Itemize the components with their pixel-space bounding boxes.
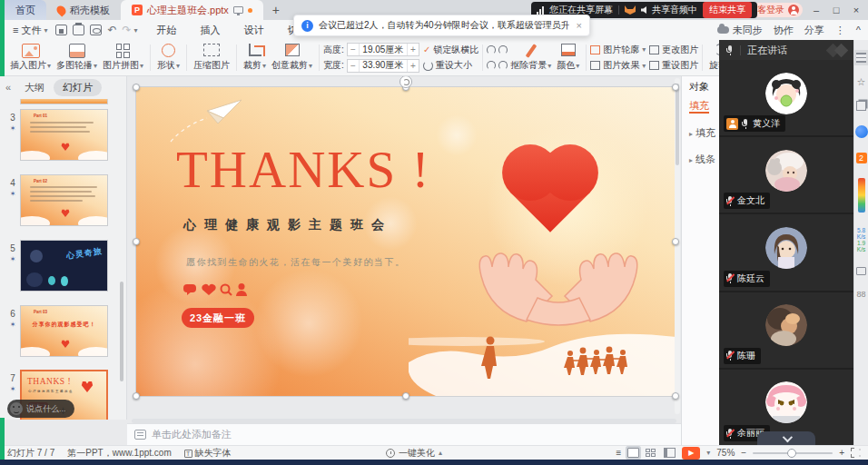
tab-document[interactable]: P 心理主题班会.pptx — [121, 0, 263, 20]
normal-view-button[interactable] — [627, 448, 639, 458]
ribbon-tab-home[interactable]: 开始 — [145, 24, 189, 37]
lock-ratio-checkbox[interactable]: ✓锁定纵横比 — [423, 44, 478, 56]
toast-close-icon[interactable]: × — [575, 20, 582, 31]
rotate-right-icon[interactable] — [498, 45, 508, 54]
shapes-button[interactable]: 形状▾ — [154, 42, 182, 74]
crop-button[interactable]: 裁剪▾ — [241, 42, 269, 74]
zoom-level[interactable]: 75% — [716, 448, 735, 458]
beautify-button[interactable]: 一键美化▴ — [386, 447, 442, 460]
remove-background-button[interactable]: 抠除背景▾ — [508, 42, 554, 74]
share-button[interactable]: 分享 — [804, 24, 824, 37]
collapse-panel-button[interactable] — [757, 431, 815, 445]
fill-section[interactable]: ▸填充 — [689, 126, 719, 140]
picture-effects-button[interactable]: 图片效果▾ — [590, 59, 646, 72]
participant-cell[interactable]: 余丽丽 — [719, 370, 853, 445]
print-button[interactable] — [73, 25, 84, 35]
tab-outline[interactable]: 大纲 — [25, 81, 44, 94]
slideshow-play-button[interactable]: ▶ — [682, 447, 700, 460]
end-share-button[interactable]: 结束共享 — [703, 2, 752, 18]
more-menu-icon[interactable]: ⋮ — [835, 25, 845, 36]
slide-sorter-view-button[interactable] — [646, 449, 657, 457]
slide-6-thumbnail[interactable]: Part 03 分享你的观影感受吧！ — [20, 305, 108, 357]
meeting-chat-toast[interactable]: 说点什么... — [7, 400, 74, 418]
fit-to-window-icon[interactable] — [851, 448, 861, 458]
slide-caption[interactable]: 愿你找到生命的火花，活在每一个美好的当下。 — [186, 256, 406, 269]
tab-slides[interactable]: 幻灯片 — [54, 79, 102, 96]
sync-status[interactable]: 未同步 — [717, 24, 763, 37]
participant-cell[interactable]: 陈珊 — [719, 292, 853, 370]
fill-tab[interactable]: 填充 — [689, 94, 709, 114]
maximize-button[interactable]: □ — [830, 5, 843, 15]
insert-picture-button[interactable]: 插入图片▾ — [7, 42, 54, 74]
multi-picture-carousel-button[interactable]: 多图轮播▾ — [54, 42, 100, 74]
slide-canvas[interactable]: THANKS ! 心理健康观影主题班会 愿你找到生命的火花，活在每一个美好的当下… — [127, 76, 681, 419]
notes-toggle-icon[interactable]: ≡ — [616, 448, 621, 458]
resize-handle-e[interactable] — [672, 238, 679, 245]
slide-4-thumbnail[interactable]: Part 02 — [20, 174, 108, 226]
zoom-slider-knob[interactable] — [787, 449, 796, 458]
slide-2-thumbnail-partial[interactable] — [20, 99, 108, 104]
tab-home[interactable]: 首页 — [5, 0, 46, 20]
quickbar-caret-icon[interactable]: ▾ — [134, 26, 138, 35]
height-value[interactable]: 19.05厘米 — [360, 44, 407, 56]
resize-handle-sw[interactable] — [133, 392, 140, 400]
new-tab-button[interactable]: + — [263, 0, 289, 20]
line-section[interactable]: ▸线条 — [689, 153, 719, 166]
star-icon[interactable]: ☆ — [857, 77, 866, 86]
picture-outline-button[interactable]: 图片轮廓▾ — [590, 44, 646, 56]
missing-font-warning[interactable]: T 缺失字体 — [184, 447, 232, 460]
rotate-left-icon[interactable] — [487, 45, 496, 54]
compress-picture-button[interactable]: 压缩图片 — [191, 42, 232, 74]
minimize-button[interactable]: – — [810, 5, 823, 15]
ribbon-tab-insert[interactable]: 插入 — [189, 24, 232, 37]
participant-cell[interactable]: 陈廷云 — [719, 214, 853, 292]
slide-subtitle[interactable]: 心理健康观影主题班会 — [183, 217, 392, 233]
collapse-panel-icon[interactable]: « — [5, 82, 11, 93]
zoom-in-button[interactable]: + — [839, 448, 844, 458]
flip-horizontal-icon[interactable] — [487, 61, 496, 70]
width-value[interactable]: 33.90厘米 — [360, 59, 407, 72]
height-stepper[interactable]: −19.05厘米+ — [347, 43, 419, 56]
save-button[interactable] — [55, 25, 67, 35]
plus-icon[interactable]: + — [407, 60, 419, 72]
resize-handle-se[interactable] — [672, 392, 679, 400]
creative-crop-button[interactable]: 创意裁剪▾ — [269, 42, 315, 74]
file-menu[interactable]: ≡文件▾ — [7, 24, 53, 37]
notification-count-badge[interactable]: 2 — [856, 153, 867, 163]
print-preview-button[interactable] — [90, 25, 102, 35]
thumbnail-scrollbar[interactable] — [120, 282, 123, 381]
resize-handle-ne[interactable] — [672, 84, 679, 91]
class-badge[interactable]: 23金融一班 — [182, 308, 254, 328]
play-options-caret-icon[interactable]: ▾ — [706, 449, 710, 457]
flip-vertical-icon[interactable] — [498, 61, 508, 70]
slide-title[interactable]: THANKS ! — [176, 140, 430, 199]
reset-size-button[interactable]: 重设大小 — [423, 59, 478, 72]
collapse-ribbon-icon[interactable]: ^ — [856, 25, 861, 35]
layers-icon[interactable] — [856, 101, 866, 111]
tab-templates[interactable]: 稻壳模板 — [46, 0, 121, 20]
participant-cell[interactable]: 金文北 — [719, 137, 853, 214]
change-picture-button[interactable]: 更改图片 — [649, 44, 698, 56]
settings-sliders-icon[interactable] — [856, 53, 866, 63]
screenshot-icon[interactable] — [856, 267, 866, 275]
notes-bar[interactable]: 单击此处添加备注 — [127, 423, 681, 445]
picture-collage-button[interactable]: 图片拼图▾ — [100, 42, 146, 74]
undo-button[interactable]: ↶ — [104, 24, 119, 36]
participant-cell[interactable]: 黄义洋 — [719, 60, 853, 137]
slide-7-editing-surface[interactable]: THANKS ! 心理健康观影主题班会 愿你找到生命的火花，活在每一个美好的当下… — [136, 87, 676, 396]
reading-view-button[interactable] — [664, 448, 676, 458]
minus-icon[interactable]: − — [348, 44, 360, 55]
width-stepper[interactable]: −33.90厘米+ — [347, 59, 419, 73]
zoom-out-button[interactable]: − — [741, 448, 746, 458]
resize-handle-w[interactable] — [133, 238, 140, 245]
reset-picture-button[interactable]: 重设图片 — [649, 59, 698, 72]
resize-handle-s[interactable] — [402, 392, 409, 400]
collaborate-button[interactable]: 协作 — [774, 24, 794, 37]
color-button[interactable]: 颜色▾ — [554, 42, 582, 74]
canvas-vertical-scrollbar[interactable] — [675, 78, 680, 414]
close-button[interactable]: × — [850, 5, 863, 15]
slide-3-thumbnail[interactable]: Part 01 — [20, 109, 108, 161]
slide-5-thumbnail[interactable]: 心灵奇旅 — [20, 240, 108, 292]
redo-button[interactable]: ↷ — [120, 24, 134, 36]
plus-icon[interactable]: + — [407, 44, 419, 55]
